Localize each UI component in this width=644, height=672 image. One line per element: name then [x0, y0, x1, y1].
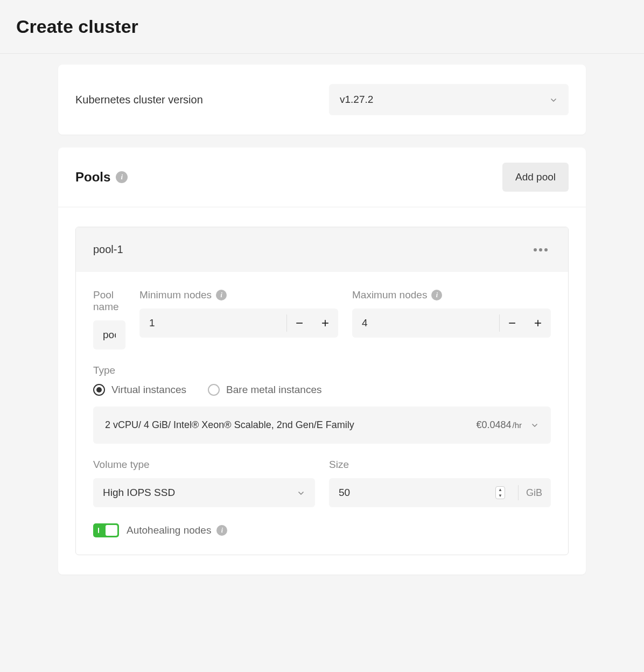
- pools-title-text: Pools: [75, 170, 110, 185]
- pool-name-group: Pool name: [93, 289, 125, 349]
- type-radio-group: Virtual instances Bare metal instances: [93, 384, 551, 396]
- spinner-down-icon[interactable]: ▼: [496, 493, 505, 499]
- max-nodes-group: Maximum nodes i − +: [352, 289, 551, 349]
- pool-box-header: pool-1: [76, 227, 568, 272]
- dots-icon: [534, 248, 537, 251]
- max-nodes-label: Maximum nodes i: [352, 289, 551, 301]
- chevron-down-icon: [549, 95, 558, 104]
- instance-price-wrap: €0.0484/hr: [476, 419, 539, 431]
- type-label: Type: [93, 365, 551, 376]
- version-select[interactable]: v1.27.2: [329, 84, 569, 115]
- version-card: Kubernetes cluster version v1.27.2: [58, 65, 586, 135]
- toggle-knob: [106, 525, 117, 536]
- pools-card: Pools i Add pool pool-1: [58, 148, 586, 575]
- type-section: Type Virtual instances Bare metal instan…: [93, 365, 551, 396]
- info-icon[interactable]: i: [116, 171, 128, 183]
- volume-row: Volume type High IOPS SSD Size: [93, 459, 551, 507]
- pool-box: pool-1 Pool name: [75, 227, 569, 555]
- form-row-basic: Pool name Minimum nodes i − +: [93, 289, 551, 349]
- more-options-button[interactable]: [530, 245, 551, 255]
- autohealing-label: Autohealing nodes i: [127, 524, 227, 536]
- min-nodes-label: Minimum nodes i: [139, 289, 338, 301]
- max-nodes-input[interactable]: [352, 309, 499, 338]
- pools-header: Pools i Add pool: [58, 148, 586, 207]
- divider: [518, 485, 519, 500]
- size-spinner: ▲ ▼: [495, 486, 505, 499]
- max-nodes-plus-button[interactable]: +: [525, 309, 551, 338]
- min-nodes-stepper: − +: [139, 309, 338, 338]
- pool-name-input[interactable]: [93, 320, 125, 349]
- version-label: Kubernetes cluster version: [75, 94, 203, 106]
- size-input-wrap: ▲ ▼ GiB: [329, 478, 551, 507]
- type-radio-bare-metal-label: Bare metal instances: [226, 384, 321, 396]
- info-icon[interactable]: i: [216, 290, 227, 300]
- instance-selector[interactable]: 2 vCPU/ 4 GiB/ Intel® Xeon® Scalable, 2n…: [93, 407, 551, 444]
- pool-box-title: pool-1: [93, 243, 123, 256]
- autohealing-row: Autohealing nodes i: [93, 523, 551, 537]
- version-select-value: v1.27.2: [340, 94, 373, 106]
- min-nodes-input[interactable]: [139, 309, 286, 338]
- chevron-down-icon: [530, 421, 539, 430]
- chevron-down-icon: [297, 488, 305, 497]
- radio-icon: [208, 384, 220, 396]
- max-nodes-stepper: − +: [352, 309, 551, 338]
- radio-icon: [93, 384, 105, 396]
- max-nodes-minus-button[interactable]: −: [499, 309, 525, 338]
- instance-price: €0.0484/hr: [476, 419, 522, 431]
- volume-type-value: High IOPS SSD: [103, 487, 175, 499]
- pool-form: Pool name Minimum nodes i − +: [76, 272, 568, 555]
- type-radio-bare-metal[interactable]: Bare metal instances: [208, 384, 321, 396]
- volume-type-group: Volume type High IOPS SSD: [93, 459, 315, 507]
- toggle-on-mark-icon: [98, 528, 99, 533]
- size-label: Size: [329, 459, 551, 471]
- volume-type-select[interactable]: High IOPS SSD: [93, 478, 315, 507]
- page-header: Create cluster: [0, 0, 644, 54]
- add-pool-button[interactable]: Add pool: [502, 163, 569, 192]
- autohealing-toggle[interactable]: [93, 523, 119, 537]
- info-icon[interactable]: i: [431, 290, 442, 300]
- content-area: Kubernetes cluster version v1.27.2 Pools…: [58, 54, 586, 598]
- type-radio-virtual-label: Virtual instances: [111, 384, 186, 396]
- min-nodes-plus-button[interactable]: +: [312, 309, 338, 338]
- spinner-up-icon[interactable]: ▲: [496, 487, 505, 493]
- size-input[interactable]: [329, 478, 495, 507]
- size-unit: GiB: [526, 487, 542, 499]
- info-icon[interactable]: i: [216, 525, 227, 536]
- type-radio-virtual[interactable]: Virtual instances: [93, 384, 186, 396]
- pool-body: pool-1 Pool name: [58, 207, 586, 575]
- min-nodes-minus-button[interactable]: −: [286, 309, 312, 338]
- page-title: Create cluster: [16, 16, 628, 37]
- pools-title: Pools i: [75, 170, 128, 185]
- min-nodes-group: Minimum nodes i − +: [139, 289, 338, 349]
- pool-name-label: Pool name: [93, 289, 125, 313]
- volume-type-label: Volume type: [93, 459, 315, 471]
- size-group: Size ▲ ▼ GiB: [329, 459, 551, 507]
- instance-spec: 2 vCPU/ 4 GiB/ Intel® Xeon® Scalable, 2n…: [105, 419, 354, 431]
